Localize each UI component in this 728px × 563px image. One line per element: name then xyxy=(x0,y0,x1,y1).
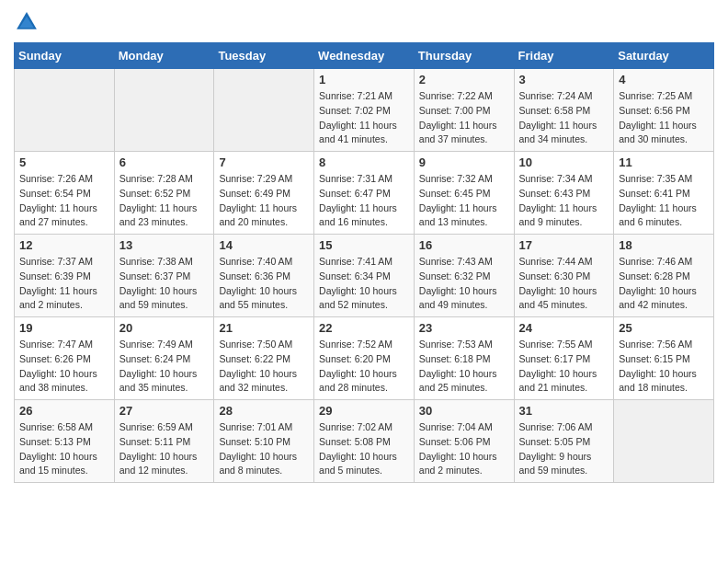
calendar-cell xyxy=(614,400,714,483)
day-number: 29 xyxy=(319,404,409,418)
day-info: Sunrise: 7:38 AM Sunset: 6:37 PM Dayligh… xyxy=(119,255,210,313)
calendar-cell: 25Sunrise: 7:56 AM Sunset: 6:15 PM Dayli… xyxy=(614,317,714,400)
day-number: 21 xyxy=(219,321,309,335)
calendar-cell: 22Sunrise: 7:52 AM Sunset: 6:20 PM Dayli… xyxy=(314,317,415,400)
calendar-cell: 14Sunrise: 7:40 AM Sunset: 6:36 PM Dayli… xyxy=(214,235,314,317)
day-info: Sunrise: 7:04 AM Sunset: 5:06 PM Dayligh… xyxy=(419,420,509,478)
day-info: Sunrise: 7:43 AM Sunset: 6:32 PM Dayligh… xyxy=(419,255,509,313)
day-number: 13 xyxy=(119,238,210,252)
week-row-2: 5Sunrise: 7:26 AM Sunset: 6:54 PM Daylig… xyxy=(15,152,714,235)
calendar-cell: 20Sunrise: 7:49 AM Sunset: 6:24 PM Dayli… xyxy=(114,317,214,400)
day-info: Sunrise: 7:01 AM Sunset: 5:10 PM Dayligh… xyxy=(219,420,309,478)
day-info: Sunrise: 7:35 AM Sunset: 6:41 PM Dayligh… xyxy=(619,172,709,230)
calendar-cell: 21Sunrise: 7:50 AM Sunset: 6:22 PM Dayli… xyxy=(214,317,314,400)
weekday-header-wednesday: Wednesday xyxy=(314,43,415,69)
day-number: 11 xyxy=(619,155,709,169)
week-row-3: 12Sunrise: 7:37 AM Sunset: 6:39 PM Dayli… xyxy=(15,235,714,317)
calendar-cell: 16Sunrise: 7:43 AM Sunset: 6:32 PM Dayli… xyxy=(414,235,514,317)
day-number: 12 xyxy=(19,238,109,252)
calendar-cell: 11Sunrise: 7:35 AM Sunset: 6:41 PM Dayli… xyxy=(614,152,714,235)
day-number: 28 xyxy=(219,404,309,418)
calendar-cell: 29Sunrise: 7:02 AM Sunset: 5:08 PM Dayli… xyxy=(314,400,415,483)
day-info: Sunrise: 7:06 AM Sunset: 5:05 PM Dayligh… xyxy=(519,420,609,478)
logo xyxy=(14,9,43,35)
day-number: 2 xyxy=(419,73,509,86)
day-number: 25 xyxy=(619,321,709,335)
calendar-header: SundayMondayTuesdayWednesdayThursdayFrid… xyxy=(15,43,714,69)
day-info: Sunrise: 7:21 AM Sunset: 7:02 PM Dayligh… xyxy=(319,89,409,147)
day-info: Sunrise: 7:53 AM Sunset: 6:18 PM Dayligh… xyxy=(419,338,509,396)
calendar-cell: 9Sunrise: 7:32 AM Sunset: 6:45 PM Daylig… xyxy=(414,152,514,235)
calendar-cell: 3Sunrise: 7:24 AM Sunset: 6:58 PM Daylig… xyxy=(514,69,614,152)
weekday-header-sunday: Sunday xyxy=(15,43,115,69)
calendar-cell: 13Sunrise: 7:38 AM Sunset: 6:37 PM Dayli… xyxy=(114,235,214,317)
weekday-header-monday: Monday xyxy=(114,43,214,69)
calendar-cell: 1Sunrise: 7:21 AM Sunset: 7:02 PM Daylig… xyxy=(314,69,415,152)
day-info: Sunrise: 7:22 AM Sunset: 7:00 PM Dayligh… xyxy=(419,89,509,147)
week-row-5: 26Sunrise: 6:58 AM Sunset: 5:13 PM Dayli… xyxy=(15,400,714,483)
day-number: 5 xyxy=(19,155,109,169)
calendar-cell: 15Sunrise: 7:41 AM Sunset: 6:34 PM Dayli… xyxy=(314,235,415,317)
day-info: Sunrise: 7:31 AM Sunset: 6:47 PM Dayligh… xyxy=(319,172,409,230)
calendar-body: 1Sunrise: 7:21 AM Sunset: 7:02 PM Daylig… xyxy=(15,69,714,483)
calendar-cell: 23Sunrise: 7:53 AM Sunset: 6:18 PM Dayli… xyxy=(414,317,514,400)
calendar-cell xyxy=(214,69,314,152)
day-number: 9 xyxy=(419,155,509,169)
calendar-cell: 8Sunrise: 7:31 AM Sunset: 6:47 PM Daylig… xyxy=(314,152,415,235)
day-number: 31 xyxy=(519,404,609,418)
calendar-table: SundayMondayTuesdayWednesdayThursdayFrid… xyxy=(14,42,714,483)
weekday-header-row: SundayMondayTuesdayWednesdayThursdayFrid… xyxy=(15,43,714,69)
day-info: Sunrise: 7:29 AM Sunset: 6:49 PM Dayligh… xyxy=(219,172,309,230)
weekday-header-saturday: Saturday xyxy=(614,43,714,69)
day-info: Sunrise: 7:24 AM Sunset: 6:58 PM Dayligh… xyxy=(519,89,609,147)
calendar-cell: 12Sunrise: 7:37 AM Sunset: 6:39 PM Dayli… xyxy=(15,235,115,317)
calendar-cell xyxy=(15,69,115,152)
day-number: 1 xyxy=(319,73,409,86)
day-info: Sunrise: 7:46 AM Sunset: 6:28 PM Dayligh… xyxy=(619,255,709,313)
week-row-4: 19Sunrise: 7:47 AM Sunset: 6:26 PM Dayli… xyxy=(15,317,714,400)
calendar-cell: 4Sunrise: 7:25 AM Sunset: 6:56 PM Daylig… xyxy=(614,69,714,152)
calendar-cell: 31Sunrise: 7:06 AM Sunset: 5:05 PM Dayli… xyxy=(514,400,614,483)
day-info: Sunrise: 7:28 AM Sunset: 6:52 PM Dayligh… xyxy=(119,172,210,230)
calendar-cell: 28Sunrise: 7:01 AM Sunset: 5:10 PM Dayli… xyxy=(214,400,314,483)
calendar-cell: 19Sunrise: 7:47 AM Sunset: 6:26 PM Dayli… xyxy=(15,317,115,400)
calendar-cell: 5Sunrise: 7:26 AM Sunset: 6:54 PM Daylig… xyxy=(15,152,115,235)
day-number: 3 xyxy=(519,73,609,86)
day-number: 27 xyxy=(119,404,210,418)
day-info: Sunrise: 7:47 AM Sunset: 6:26 PM Dayligh… xyxy=(19,338,109,396)
day-number: 19 xyxy=(19,321,109,335)
weekday-header-friday: Friday xyxy=(514,43,614,69)
day-info: Sunrise: 6:58 AM Sunset: 5:13 PM Dayligh… xyxy=(19,420,109,478)
weekday-header-tuesday: Tuesday xyxy=(214,43,314,69)
day-number: 20 xyxy=(119,321,210,335)
day-info: Sunrise: 7:37 AM Sunset: 6:39 PM Dayligh… xyxy=(19,255,109,313)
calendar-cell: 18Sunrise: 7:46 AM Sunset: 6:28 PM Dayli… xyxy=(614,235,714,317)
calendar-cell xyxy=(114,69,214,152)
day-number: 24 xyxy=(519,321,609,335)
day-number: 23 xyxy=(419,321,509,335)
calendar-cell: 17Sunrise: 7:44 AM Sunset: 6:30 PM Dayli… xyxy=(514,235,614,317)
day-number: 15 xyxy=(319,238,409,252)
day-number: 16 xyxy=(419,238,509,252)
day-number: 22 xyxy=(319,321,409,335)
calendar-cell: 7Sunrise: 7:29 AM Sunset: 6:49 PM Daylig… xyxy=(214,152,314,235)
day-number: 4 xyxy=(619,73,709,86)
day-info: Sunrise: 7:49 AM Sunset: 6:24 PM Dayligh… xyxy=(119,338,210,396)
day-info: Sunrise: 7:56 AM Sunset: 6:15 PM Dayligh… xyxy=(619,338,709,396)
day-info: Sunrise: 6:59 AM Sunset: 5:11 PM Dayligh… xyxy=(119,420,210,478)
day-info: Sunrise: 7:26 AM Sunset: 6:54 PM Dayligh… xyxy=(19,172,109,230)
calendar-cell: 30Sunrise: 7:04 AM Sunset: 5:06 PM Dayli… xyxy=(414,400,514,483)
calendar-cell: 26Sunrise: 6:58 AM Sunset: 5:13 PM Dayli… xyxy=(15,400,115,483)
day-info: Sunrise: 7:50 AM Sunset: 6:22 PM Dayligh… xyxy=(219,338,309,396)
calendar-cell: 27Sunrise: 6:59 AM Sunset: 5:11 PM Dayli… xyxy=(114,400,214,483)
calendar-cell: 2Sunrise: 7:22 AM Sunset: 7:00 PM Daylig… xyxy=(414,69,514,152)
day-number: 7 xyxy=(219,155,309,169)
weekday-header-thursday: Thursday xyxy=(414,43,514,69)
week-row-1: 1Sunrise: 7:21 AM Sunset: 7:02 PM Daylig… xyxy=(15,69,714,152)
day-info: Sunrise: 7:52 AM Sunset: 6:20 PM Dayligh… xyxy=(319,338,409,396)
day-info: Sunrise: 7:25 AM Sunset: 6:56 PM Dayligh… xyxy=(619,89,709,147)
day-info: Sunrise: 7:32 AM Sunset: 6:45 PM Dayligh… xyxy=(419,172,509,230)
day-number: 8 xyxy=(319,155,409,169)
day-number: 18 xyxy=(619,238,709,252)
calendar-cell: 24Sunrise: 7:55 AM Sunset: 6:17 PM Dayli… xyxy=(514,317,614,400)
